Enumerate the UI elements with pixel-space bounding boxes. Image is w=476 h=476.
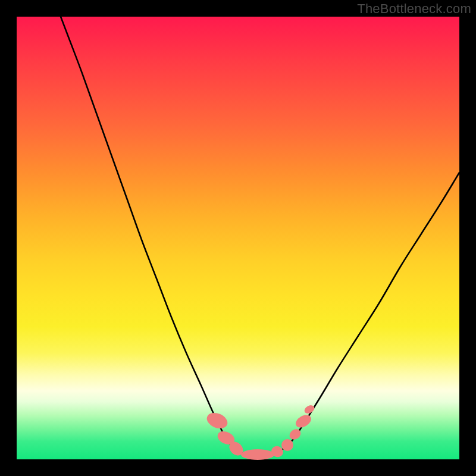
bottleneck-curve bbox=[61, 17, 459, 455]
trough-markers bbox=[205, 403, 316, 460]
trough-marker bbox=[241, 449, 274, 460]
watermark-text: TheBottleneck.com bbox=[357, 1, 471, 17]
trough-marker bbox=[205, 410, 230, 431]
plot-area bbox=[17, 17, 459, 459]
chart-frame: TheBottleneck.com bbox=[0, 0, 476, 476]
trough-marker bbox=[293, 412, 313, 430]
curve-layer bbox=[17, 17, 459, 459]
